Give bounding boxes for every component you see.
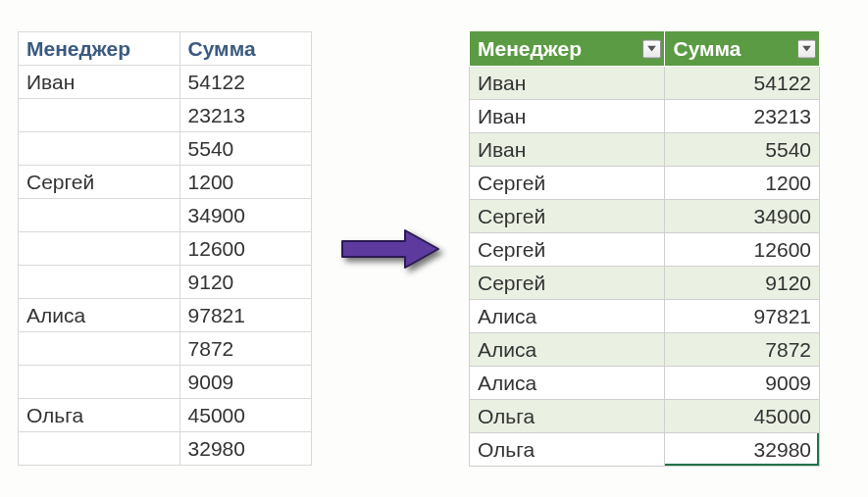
cell-amount[interactable]: 9009 (665, 367, 820, 400)
cell-manager[interactable] (19, 199, 180, 232)
table-row: Алиса97821 (470, 300, 820, 333)
cell-amount[interactable]: 97821 (179, 299, 311, 332)
cell-manager[interactable] (19, 366, 180, 399)
table-row: Сергей12600 (470, 233, 820, 267)
cell-manager[interactable]: Алиса (470, 300, 665, 333)
table-row: Сергей9120 (470, 267, 820, 300)
cell-manager[interactable]: Ольга (470, 433, 665, 467)
cell-amount[interactable]: 12600 (179, 232, 311, 266)
cell-amount[interactable]: 97821 (665, 300, 820, 333)
table-row: Иван54122 (470, 67, 820, 100)
cell-amount[interactable]: 7872 (179, 332, 311, 366)
arrow-right-icon (312, 224, 469, 273)
left-header-manager[interactable]: Менеджер (19, 32, 180, 66)
table-row: Иван5540 (470, 133, 820, 167)
cell-amount[interactable]: 1200 (665, 167, 820, 200)
cell-manager[interactable]: Алиса (470, 333, 665, 367)
cell-amount[interactable]: 23213 (665, 100, 820, 133)
left-header-amount[interactable]: Сумма (179, 32, 311, 66)
table-row: Иван54122 (19, 66, 312, 99)
table-row: 7872 (19, 332, 312, 366)
cell-manager[interactable]: Ольга (470, 400, 665, 433)
cell-manager[interactable]: Сергей (470, 267, 665, 300)
table-row: Алиса97821 (19, 299, 312, 332)
cell-amount[interactable]: 9120 (665, 267, 820, 300)
cell-manager[interactable] (19, 432, 180, 466)
cell-amount[interactable]: 23213 (179, 99, 311, 132)
cell-manager[interactable] (19, 132, 180, 166)
cell-amount[interactable]: 45000 (179, 399, 311, 432)
cell-manager[interactable]: Иван (19, 66, 180, 99)
result-excel-table: Менеджер Сумма Иван54122 Иван23213 Иван5… (469, 30, 820, 467)
cell-manager[interactable] (19, 232, 180, 266)
table-row: Алиса7872 (470, 333, 820, 367)
cell-manager[interactable]: Сергей (470, 167, 665, 200)
source-spreadsheet: Менеджер Сумма Иван54122 23213 5540 Серг… (18, 31, 312, 466)
cell-amount[interactable]: 32980 (179, 432, 311, 466)
cell-amount[interactable]: 7872 (665, 333, 820, 367)
table-row: Сергей34900 (470, 200, 820, 233)
cell-manager[interactable] (19, 99, 180, 132)
comparison-layout: Менеджер Сумма Иван54122 23213 5540 Серг… (18, 30, 850, 467)
cell-manager[interactable]: Алиса (470, 367, 665, 400)
right-table-body: Иван54122 Иван23213 Иван5540 Сергей1200 … (470, 67, 820, 467)
cell-amount[interactable]: 9009 (179, 366, 311, 399)
cell-amount[interactable]: 34900 (179, 199, 311, 232)
table-row: Ольга45000 (470, 400, 820, 433)
table-row: Сергей1200 (470, 167, 820, 200)
cell-manager[interactable]: Сергей (19, 166, 180, 199)
table-row: Ольга45000 (19, 399, 312, 432)
table-row: 32980 (19, 432, 312, 466)
table-row: Ольга32980 (470, 433, 820, 467)
table-row: 5540 (19, 132, 312, 166)
table-row: Иван23213 (470, 100, 820, 133)
table-row: Сергей1200 (19, 166, 312, 199)
svg-marker-2 (802, 46, 811, 52)
table-row: 34900 (19, 199, 312, 232)
right-header-amount-label: Сумма (673, 37, 740, 60)
cell-amount[interactable]: 1200 (179, 166, 311, 199)
cell-amount[interactable]: 54122 (179, 66, 311, 99)
table-row: 9120 (19, 266, 312, 299)
cell-manager[interactable] (19, 332, 180, 366)
left-table-body: Иван54122 23213 5540 Сергей1200 34900 12… (19, 66, 312, 466)
cell-manager[interactable]: Алиса (19, 299, 180, 332)
cell-manager[interactable]: Сергей (470, 233, 665, 267)
cell-manager[interactable] (19, 266, 180, 299)
cell-amount[interactable]: 45000 (665, 400, 820, 433)
filter-dropdown-manager[interactable] (642, 39, 661, 58)
svg-marker-0 (342, 230, 438, 268)
cell-amount[interactable]: 5540 (665, 133, 820, 167)
cell-manager[interactable]: Иван (470, 133, 665, 167)
cell-amount[interactable]: 5540 (179, 132, 311, 166)
cell-amount[interactable]: 32980 (665, 433, 820, 467)
cell-amount[interactable]: 12600 (665, 233, 820, 267)
cell-manager[interactable]: Сергей (470, 200, 665, 233)
filter-dropdown-amount[interactable] (797, 39, 816, 58)
table-row: Алиса9009 (470, 367, 820, 400)
cell-manager[interactable]: Ольга (19, 399, 180, 432)
cell-amount[interactable]: 54122 (665, 67, 820, 100)
right-header-amount[interactable]: Сумма (665, 31, 820, 67)
right-header-manager[interactable]: Менеджер (470, 31, 665, 67)
table-row: 9009 (19, 366, 312, 399)
right-header-manager-label: Менеджер (478, 37, 582, 60)
cell-manager[interactable]: Иван (470, 100, 665, 133)
cell-manager[interactable]: Иван (470, 67, 665, 100)
cell-amount[interactable]: 34900 (665, 200, 820, 233)
table-row: 23213 (19, 99, 312, 132)
cell-amount[interactable]: 9120 (179, 266, 311, 299)
table-row: 12600 (19, 232, 312, 266)
svg-marker-1 (647, 46, 656, 52)
